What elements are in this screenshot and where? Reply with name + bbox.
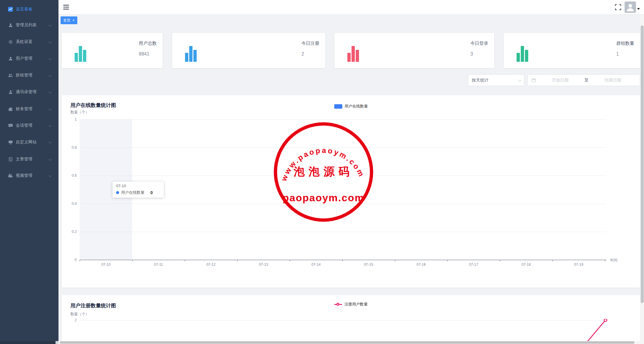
dashboard-page: 首页看板 管理员列表 系统设置 用户管理 bbox=[0, 0, 644, 344]
stat-label: 用户总数 bbox=[139, 41, 157, 46]
tooltip-series: 用户在线数量 bbox=[121, 190, 144, 195]
wallet-icon bbox=[8, 107, 13, 111]
series-line-registered-users bbox=[581, 319, 617, 344]
stat-card-today-registered: 今日注册 2 bbox=[172, 33, 325, 68]
stat-label: 今日登录 bbox=[470, 41, 488, 46]
y-tick: 1 bbox=[66, 117, 77, 122]
tab-label: 首页 bbox=[63, 18, 70, 23]
tab-home[interactable]: 首页 × bbox=[61, 16, 77, 24]
user-menu-caret-icon[interactable] bbox=[637, 8, 640, 10]
tooltip-date: 07-10 bbox=[116, 184, 160, 188]
calendar-icon bbox=[531, 78, 536, 82]
date-end-input[interactable]: 结束日期 bbox=[590, 78, 636, 83]
bar-chart-icon bbox=[347, 46, 359, 62]
video-icon bbox=[8, 173, 13, 178]
x-label: 07-15 bbox=[360, 262, 378, 267]
chevron-down-icon bbox=[49, 158, 52, 161]
y-tick: 0.6 bbox=[66, 173, 77, 178]
x-axis-line bbox=[80, 260, 606, 260]
y-tick: 0.2 bbox=[66, 230, 77, 234]
chevron-down-icon bbox=[49, 90, 52, 93]
chevron-down-icon bbox=[49, 174, 52, 177]
vertical-scrollbar-thumb[interactable] bbox=[641, 25, 644, 303]
sidebar-item-admin-list[interactable]: 管理员列表 bbox=[0, 19, 58, 31]
admin-icon bbox=[8, 23, 13, 27]
registered-users-chart-card: 用户注册数量统计图 注册用户数量 数量（个） 2 bbox=[62, 295, 640, 344]
horizontal-scrollbar bbox=[58, 341, 644, 344]
fullscreen-icon[interactable] bbox=[615, 4, 621, 10]
legend-line-marker-icon bbox=[334, 303, 342, 306]
top-header bbox=[58, 0, 644, 15]
watermark-center-text: 泡泡源码 bbox=[293, 165, 353, 178]
date-separator: 至 bbox=[583, 78, 590, 83]
series-dot-icon bbox=[116, 191, 119, 194]
sidebar-item-custom-website[interactable]: 自定义网站 bbox=[0, 136, 58, 148]
stat-mode-value: 按天统计 bbox=[472, 78, 518, 83]
y-tick: 0 bbox=[66, 258, 77, 262]
online-users-chart-card: 用户在线数量统计图 用户在线数量 数量（个） 1 0.8 0.6 0.4 0.2… bbox=[62, 95, 640, 288]
sidebar-item-finance-management[interactable]: 财务管理 bbox=[0, 103, 58, 115]
stat-value: 1 bbox=[616, 51, 634, 57]
x-label: 07-12 bbox=[202, 262, 220, 267]
x-label: 07-18 bbox=[517, 262, 535, 267]
chevron-down-icon bbox=[49, 124, 52, 127]
sidebar-item-contacts-management[interactable]: 通讯录管理 bbox=[0, 86, 58, 98]
date-range-picker[interactable]: 开始日期 至 结束日期 bbox=[527, 74, 640, 86]
stat-value: 2 bbox=[301, 51, 319, 57]
horizontal-scrollbar-thumb[interactable] bbox=[60, 341, 634, 344]
chevron-down-icon bbox=[49, 108, 52, 110]
x-label: 07-11 bbox=[150, 262, 167, 267]
y-tick: 2 bbox=[66, 318, 77, 322]
stat-card-total-users: 用户总数 8841 bbox=[62, 33, 163, 68]
scroll-corner bbox=[56, 341, 58, 344]
stat-card-today-logins: 今日登录 3 bbox=[335, 33, 494, 68]
y-tick: 0.8 bbox=[66, 145, 77, 150]
stat-label: 今日注册 bbox=[301, 41, 319, 46]
stat-value: 3 bbox=[470, 51, 488, 57]
legend-item-online-users[interactable]: 用户在线数量 bbox=[345, 104, 368, 109]
sidebar-scroll-corner bbox=[0, 341, 56, 344]
bar-chart-icon bbox=[185, 46, 197, 62]
x-label: 07-13 bbox=[255, 262, 272, 267]
x-label: 07-10 bbox=[97, 262, 115, 267]
sidebar-item-system-settings[interactable]: 系统设置 bbox=[0, 36, 58, 48]
chevron-down-icon bbox=[49, 24, 52, 27]
sidebar-collapse-icon[interactable] bbox=[63, 4, 69, 10]
date-start-input[interactable]: 开始日期 bbox=[537, 78, 583, 83]
tab-close-icon[interactable]: × bbox=[73, 19, 75, 22]
bar-chart-icon bbox=[517, 46, 528, 62]
sidebar-item-video-management[interactable]: 视频管理 bbox=[0, 170, 58, 182]
group-icon bbox=[8, 73, 13, 78]
chevron-down-icon bbox=[49, 57, 52, 60]
legend-swatch bbox=[334, 104, 342, 109]
x-label: 07-16 bbox=[412, 262, 430, 267]
article-icon bbox=[8, 157, 13, 162]
stat-label: 群组数量 bbox=[616, 41, 634, 46]
chevron-down-icon bbox=[49, 40, 52, 43]
chart-legend: 注册用户数量 bbox=[62, 302, 640, 307]
sidebar-item-user-management[interactable]: 用户管理 bbox=[0, 53, 58, 64]
watermark-bottom-text: paopaoym.com bbox=[283, 192, 364, 203]
y-tick: 0.4 bbox=[66, 202, 77, 206]
x-label: 07-19 bbox=[570, 262, 588, 267]
tooltip-value: 0 bbox=[150, 190, 153, 195]
sidebar-item-article-management[interactable]: 文章管理 bbox=[0, 153, 58, 165]
stat-card-group-count: 群组数量 1 bbox=[504, 33, 640, 68]
stat-value: 8841 bbox=[139, 51, 157, 57]
sidebar-item-home-dashboard[interactable]: 首页看板 bbox=[0, 3, 58, 15]
avatar[interactable] bbox=[625, 1, 636, 13]
sidebar-item-session-management[interactable]: 会话管理 bbox=[0, 119, 58, 131]
legend-item-registered-users[interactable]: 注册用户数量 bbox=[344, 302, 368, 307]
vertical-scrollbar bbox=[640, 15, 644, 341]
user-icon bbox=[8, 56, 13, 61]
chart-legend: 用户在线数量 bbox=[62, 104, 640, 109]
gear-icon bbox=[8, 39, 13, 44]
bar-chart-icon bbox=[75, 46, 86, 62]
website-icon bbox=[8, 140, 13, 145]
y-axis-name: 数量（个） bbox=[70, 312, 89, 317]
stat-mode-select[interactable]: 按天统计 bbox=[468, 74, 524, 86]
chevron-down-icon bbox=[49, 74, 52, 77]
chevron-down-icon bbox=[49, 141, 52, 144]
sidebar-item-group-management[interactable]: 群组管理 bbox=[0, 69, 58, 81]
y-axis-name: 数量（个） bbox=[70, 110, 89, 115]
